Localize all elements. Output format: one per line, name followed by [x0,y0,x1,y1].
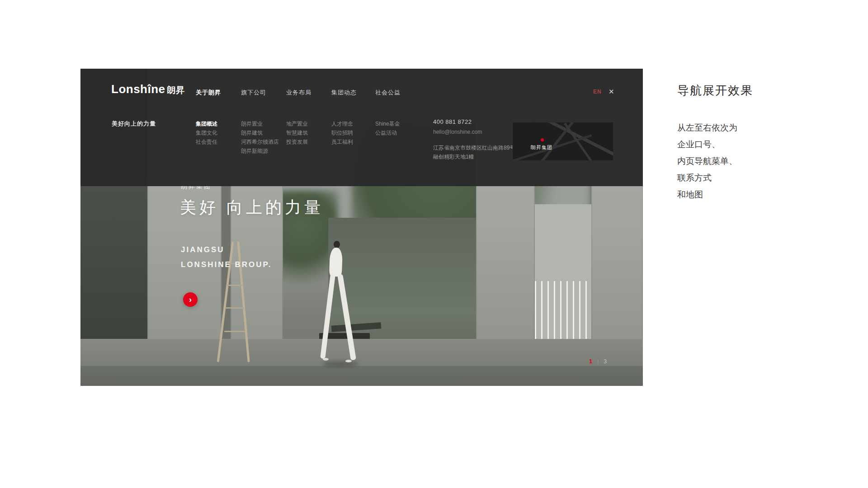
nav-item-welfare[interactable]: 社会公益 [375,89,401,97]
annotation-line: 联系方式 [677,169,737,186]
hero-subtitle-line1: JIANGSU [181,242,272,257]
nav-overlay-panel: Lonshîne朗昇 关于朗昇 旗下公司 业务布局 集团动态 社会公益 EN ✕… [80,69,643,186]
ladder-rung [224,331,245,332]
menu-item[interactable]: 朗昇建筑 [241,128,279,137]
ladder-rung [226,285,243,286]
annotation-title: 导航展开效果 [677,83,753,99]
floor-front-band [80,366,643,386]
menu-item[interactable]: Shine基金 [375,119,400,128]
woman-blouse [329,248,343,277]
submenu-welfare: Shine基金公益活动 [375,119,400,137]
submenu-about: 集团概述集团文化社会责任 [196,119,217,146]
ladder-rung [225,307,244,309]
woman-shoe [323,358,329,361]
arrow-right-icon: › [189,295,192,305]
contact-email[interactable]: hello@lonshine.com [433,128,515,136]
site-logo[interactable]: Lonshîne朗昇 [111,82,185,96]
annotation-line: 和地图 [677,186,737,203]
close-icon[interactable]: ✕ [609,88,614,96]
contact-address-line1: 江苏省南京市鼓楼区红山南路89号 [433,144,515,152]
annotation-line: 内页导航菜单、 [677,153,737,169]
contact-block: 400 881 8722 hello@lonshine.com 江苏省南京市鼓楼… [433,117,515,161]
menu-item[interactable]: 员工福利 [331,137,353,146]
menu-item[interactable]: 智慧建筑 [286,128,308,137]
submenu-news: 人才理念职位招聘员工福利 [331,119,353,146]
hero-title: 美好 向上的力量 [180,197,324,219]
menu-item[interactable]: 地产置业 [286,119,308,128]
pagination-total[interactable]: 3 [604,358,607,365]
submenu-business: 地产置业智慧建筑投资发展 [286,119,308,146]
menu-item[interactable]: 集团概述 [196,119,217,128]
language-toggle[interactable]: EN [593,89,602,95]
location-map[interactable]: 朗昇集团 [513,122,613,160]
menu-item[interactable]: 集团文化 [196,128,217,137]
map-marker-label: 朗昇集团 [531,144,552,151]
hero-subtitle-line2: LONSHINE BROUP. [181,257,272,272]
menu-item[interactable]: 人才理念 [331,119,353,128]
contact-address-line2: 融创精彩天地1幢 [433,153,515,161]
hero-subtitle: JIANGSU LONSHINE BROUP. [181,242,272,272]
menu-item[interactable]: 河西希尔顿酒店 [241,137,279,146]
pagination-separator: | [597,359,599,364]
woman-shoe [345,360,352,362]
pagination-current[interactable]: 1 [589,358,593,365]
nav-item-business[interactable]: 业务布局 [286,89,311,97]
slide-pagination: 1 | 3 [589,358,607,365]
website-mockup: 朗昇集团 美好 向上的力量 JIANGSU LONSHINE BROUP. › … [80,69,643,386]
logo-cjk: 朗昇 [167,85,185,95]
menu-item[interactable]: 公益活动 [375,128,400,137]
menu-item[interactable]: 投资发展 [286,137,308,146]
annotation-line: 企业口号、 [677,136,737,153]
annotation-body: 从左至右依次为企业口号、内页导航菜单、联系方式和地图 [677,119,737,203]
annotation-line: 从左至右依次为 [677,119,737,136]
menu-item[interactable]: 朗昇新能源 [241,146,279,155]
contact-phone[interactable]: 400 881 8722 [433,117,515,126]
nav-item-about[interactable]: 关于朗昇 [196,89,221,97]
figure-shadow [322,361,359,366]
hero-next-button[interactable]: › [183,292,198,307]
nav-item-companies[interactable]: 旗下公司 [241,89,266,97]
nav-item-news[interactable]: 集团动态 [331,89,357,97]
logo-latin: Lonshîne [111,82,165,96]
map-marker-dot [541,138,544,141]
company-slogan: 美好向上的力量 [112,120,156,128]
submenu-companies: 朗昇置业朗昇建筑河西希尔顿酒店朗昇新能源 [241,119,279,155]
menu-item[interactable]: 社会责任 [196,137,217,146]
menu-item[interactable]: 朗昇置业 [241,119,279,128]
menu-item[interactable]: 职位招聘 [331,128,353,137]
woman-figure [334,241,340,248]
